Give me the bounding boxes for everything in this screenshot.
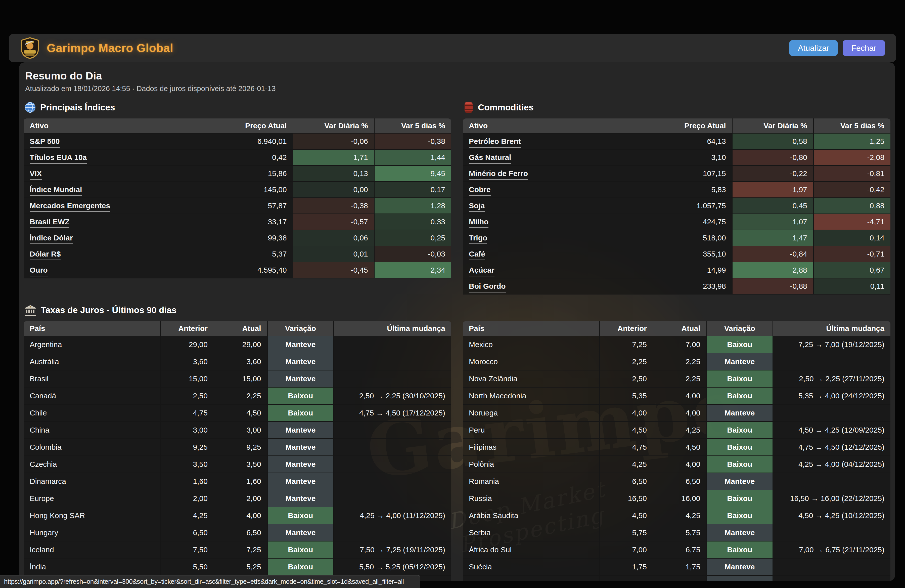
column-header[interactable]: Variação [707,321,773,336]
last-change-cell [773,404,891,421]
last-change-cell [333,473,451,490]
globe-icon [25,102,36,113]
var-5day-cell: 9,45 [374,165,451,181]
previous-rate-cell: 4,50 [600,421,653,439]
country-cell: Canadá [24,387,160,404]
table-row: Russia16,5016,00Baixou16,50 → 16,00 (22/… [463,490,891,507]
table-row: Gás Natural3,10-0,80-2,08 [463,149,891,165]
refresh-button[interactable]: Atualizar [789,40,838,56]
asset-name-link[interactable]: Cobre [469,185,491,196]
asset-name-link[interactable]: Mercados Emergentes [30,202,110,212]
var-daily-cell: 0,01 [293,246,374,262]
asset-name-cell: Gás Natural [463,149,655,165]
asset-name-link[interactable]: Índice Dólar [30,234,73,244]
page-title: Resumo do Dia [25,70,891,82]
variation-badge: Manteve [707,558,773,575]
asset-name-cell: Ouro [24,262,216,278]
column-header[interactable]: Anterior [160,321,214,336]
variation-badge: Manteve [267,353,334,370]
previous-rate-cell: 1,75 [600,558,653,575]
var-5day-cell: 2,34 [374,262,451,278]
variation-badge: Manteve [267,439,334,456]
asset-name-link[interactable]: VIX [30,169,42,180]
var-5day-cell: 0,14 [813,230,891,246]
variation-badge: Manteve [707,353,773,370]
asset-name-link[interactable]: Açúcar [469,266,494,277]
asset-name-link[interactable]: Petróleo Brent [469,137,521,148]
table-row: Mexico7,257,00Baixou7,25 → 7,00 (19/12/2… [463,336,891,353]
current-rate-cell: 4,00 [653,387,707,404]
asset-name-cell: Petróleo Brent [463,133,655,149]
country-cell: Polônia [463,456,600,473]
column-header[interactable]: Ativo [463,118,655,133]
table-row: Ouro4.595,40-0,452,34 [24,262,451,278]
variation-badge: Baixou [707,456,773,473]
previous-rate-cell: 6,50 [160,524,214,541]
table-row: Minério de Ferro107,15-0,22-0,81 [463,165,891,181]
column-header[interactable]: Var Diária % [293,118,374,133]
asset-name-cell: Mercados Emergentes [24,198,216,214]
asset-name-link[interactable]: Dólar R$ [30,250,60,260]
variation-badge: Manteve [707,473,773,490]
asset-name-link[interactable]: Títulos EUA 10a [30,153,87,164]
asset-name-cell: Milho [463,214,655,230]
table-row: Austrália3,603,60Manteve [24,353,451,370]
variation-badge: Baixou [707,336,773,353]
country-cell: Brasil [24,370,160,387]
summary-subtitle: Atualizado em 18/01/2026 14:55 · Dados d… [25,84,891,93]
asset-name-link[interactable]: Milho [469,218,489,228]
column-header[interactable]: Ativo [24,118,216,133]
country-cell: Arábia Saudita [463,507,600,524]
asset-name-link[interactable]: Soja [469,202,485,212]
price-cell: 3,10 [655,149,732,165]
previous-rate-cell: 7,00 [600,541,653,558]
asset-name-link[interactable]: Brasil EWZ [30,218,69,228]
column-header[interactable]: Var 5 dias % [374,118,451,133]
country-cell: Chile [24,404,160,421]
country-cell: Nova Zelândia [463,370,600,387]
column-header[interactable]: Última mudança [773,321,891,336]
current-rate-cell: 6,50 [214,524,267,541]
country-cell: Czechia [24,456,160,473]
asset-name-link[interactable]: Boi Gordo [469,282,506,292]
var-daily-cell: -0,84 [732,246,813,262]
column-header[interactable]: Variação [267,321,334,336]
column-header[interactable]: Var 5 dias % [813,118,891,133]
current-rate-cell: 15,00 [214,370,267,387]
table-row: Iceland7,507,25Baixou7,50 → 7,25 (19/11/… [24,541,451,558]
table-row: Arábia Saudita4,504,25Baixou4,50 → 4,25 … [463,507,891,524]
table-row: Nova Zelândia2,502,25Baixou2,50 → 2,25 (… [463,370,891,387]
column-header[interactable]: País [24,321,160,336]
column-header[interactable]: Var Diária % [732,118,813,133]
current-rate-cell: 3,50 [214,456,267,473]
close-button[interactable]: Fechar [843,40,885,56]
rates-table-right: PaísAnteriorAtualVariaçãoÚltima mudançaM… [463,321,891,581]
asset-name-link[interactable]: Café [469,250,485,260]
column-header[interactable]: Atual [653,321,707,336]
table-row: Cobre5,83-1,97-0,42 [463,181,891,198]
asset-name-link[interactable]: Gás Natural [469,153,511,164]
asset-name-link[interactable]: Índice Mundial [30,185,82,196]
column-header[interactable]: Preço Atual [655,118,732,133]
asset-name-link[interactable]: Minério de Ferro [469,169,528,180]
table-row: África do Sul7,006,75Baixou7,00 → 6,75 (… [463,541,891,558]
column-header[interactable]: Preço Atual [216,118,293,133]
country-cell: Colombia [24,439,160,456]
table-row: Milho424,751,07-4,71 [463,214,891,230]
asset-name-link[interactable]: S&P 500 [30,137,60,148]
var-5day-cell: 1,25 [813,133,891,149]
column-header[interactable]: País [463,321,600,336]
last-change-cell [333,336,451,353]
var-5day-cell: -2,08 [813,149,891,165]
table-row: Índice Mundial145,000,000,17 [24,181,451,198]
column-header[interactable]: Última mudança [333,321,451,336]
table-row: Soja1.057,750,450,88 [463,198,891,214]
price-cell: 64,13 [655,133,732,149]
column-header[interactable]: Atual [214,321,267,336]
previous-rate-cell: 5,35 [600,387,653,404]
table-row: Filipinas4,754,50Baixou4,75 → 4,50 (12/1… [463,439,891,456]
asset-name-link[interactable]: Ouro [30,266,48,277]
column-header[interactable]: Anterior [600,321,653,336]
asset-name-link[interactable]: Trigo [469,234,487,244]
previous-rate-cell: 15,00 [160,370,214,387]
